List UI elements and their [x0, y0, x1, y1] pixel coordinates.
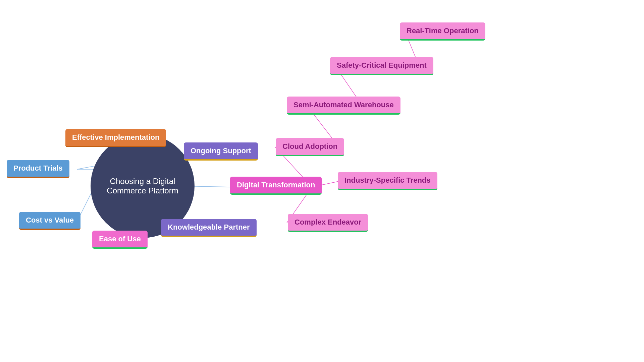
product-trials-label: Product Trials — [13, 164, 63, 173]
semi-automated-label: Semi-Automated Warehouse — [293, 101, 394, 109]
cost-vs-value-node[interactable]: Cost vs Value — [19, 212, 80, 230]
digital-transformation-label: Digital Transformation — [237, 181, 315, 189]
semi-automated-node[interactable]: Semi-Automated Warehouse — [287, 97, 400, 115]
safety-critical-label: Safety-Critical Equipment — [337, 61, 427, 70]
ease-of-use-label: Ease of Use — [99, 235, 141, 243]
center-label: Choosing a Digital Commerce Platform — [91, 177, 195, 195]
product-trials-node[interactable]: Product Trials — [7, 160, 69, 178]
cloud-adoption-label: Cloud Adoption — [282, 142, 337, 151]
knowledgeable-partner-label: Knowledgeable Partner — [168, 223, 250, 232]
ease-of-use-node[interactable]: Ease of Use — [92, 231, 148, 249]
industry-specific-label: Industry-Specific Trends — [344, 176, 431, 185]
effective-implementation-node[interactable]: Effective Implementation — [65, 129, 166, 147]
cost-vs-value-label: Cost vs Value — [26, 216, 74, 225]
industry-specific-node[interactable]: Industry-Specific Trends — [338, 172, 437, 190]
cloud-adoption-node[interactable]: Cloud Adoption — [276, 138, 344, 156]
digital-transformation-node[interactable]: Digital Transformation — [230, 177, 322, 195]
real-time-node[interactable]: Real-Time Operation — [400, 22, 485, 41]
complex-endeavor-node[interactable]: Complex Endeavor — [288, 214, 368, 232]
complex-endeavor-label: Complex Endeavor — [294, 218, 361, 227]
knowledgeable-partner-node[interactable]: Knowledgeable Partner — [161, 219, 257, 237]
ongoing-support-label: Ongoing Support — [191, 146, 251, 155]
ongoing-support-node[interactable]: Ongoing Support — [184, 142, 258, 161]
real-time-label: Real-Time Operation — [407, 26, 479, 35]
safety-critical-node[interactable]: Safety-Critical Equipment — [330, 57, 433, 75]
effective-implementation-label: Effective Implementation — [72, 133, 159, 142]
